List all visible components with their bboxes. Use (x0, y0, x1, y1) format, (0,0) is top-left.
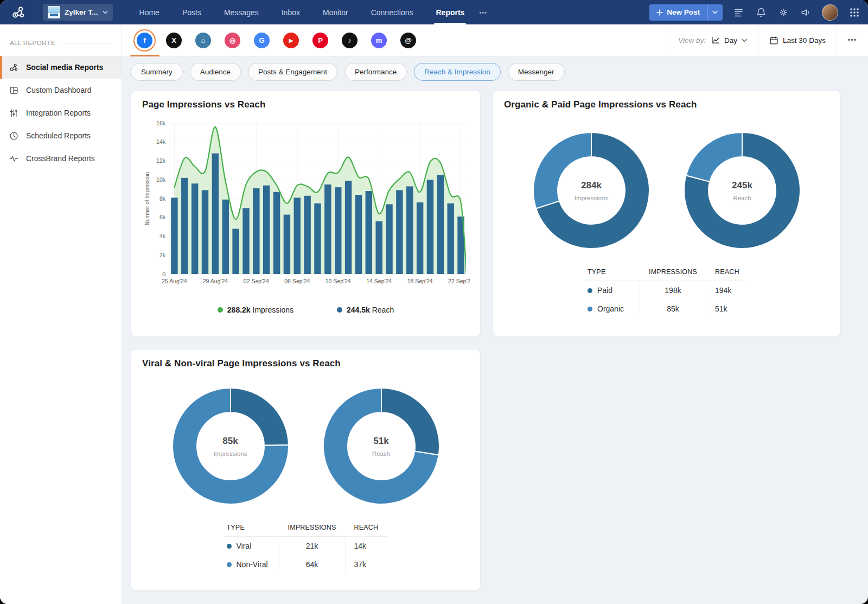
main-area: f X ⌂ ◎ G ▶ P ♪ m @ View by: Day (122, 24, 868, 604)
table-row: Viral 21k 14k (225, 537, 387, 555)
chevron-down-icon (103, 10, 108, 14)
tab-reach-impression[interactable]: Reach & Impression (414, 63, 501, 81)
tab-messenger[interactable]: Messenger (508, 63, 565, 81)
donut-center-value: 245k (732, 180, 752, 191)
svg-text:0: 0 (162, 271, 165, 277)
channel-bar: f X ⌂ ◎ G ▶ P ♪ m @ View by: Day (122, 24, 868, 56)
all-reports-label: ALL REPORTS (10, 40, 55, 46)
user-avatar[interactable] (822, 4, 838, 21)
network-google-my-business[interactable]: G (254, 24, 270, 56)
donut-center-label: Impressions (575, 195, 608, 201)
nav-home[interactable]: Home (128, 0, 171, 24)
network-threads[interactable]: @ (400, 24, 416, 56)
new-post-dropdown[interactable] (707, 4, 723, 21)
chevron-down-icon (742, 39, 747, 42)
svg-text:10k: 10k (156, 176, 166, 183)
network-youtube[interactable]: ▶ (283, 24, 299, 56)
dashboard-icon (9, 85, 19, 96)
svg-text:8k: 8k (159, 195, 166, 202)
tab-summary[interactable]: Summary (131, 63, 183, 81)
network-linkedin[interactable]: ⌂ (195, 24, 211, 56)
report-tabs: Summary Audience Posts & Engagement Perf… (122, 56, 868, 87)
instagram-camera-icon: ◎ (225, 33, 240, 48)
card-page-impressions-vs-reach: Page Impressions vs Reach 02k4k6k8k10k12… (131, 90, 481, 337)
pinterest-p-icon: P (312, 33, 328, 48)
apps-grid-icon[interactable] (848, 7, 860, 18)
nav-monitor[interactable]: Monitor (311, 0, 360, 24)
sidebar-item-integration-reports[interactable]: Integration Reports (0, 101, 122, 124)
view-by-value: Day (724, 36, 737, 44)
chevron-down-icon (712, 10, 718, 14)
card-title: Organic & Paid Page Impressions vs Reach (504, 99, 829, 110)
card-title: Page Impressions vs Reach (142, 99, 469, 110)
main-menu: Home Posts Messages Inbox Monitor Connec… (128, 0, 490, 24)
card-organic-paid: Organic & Paid Page Impressions vs Reach… (493, 90, 841, 337)
series-dot (227, 544, 232, 549)
channel-bar-controls: View by: Day Last 30 Days ••• (667, 24, 868, 56)
plus-icon (656, 9, 663, 16)
table-row: Non-Viral 64k 37k (225, 555, 387, 574)
donut-center-label: Reach (733, 195, 751, 201)
sidebar-item-custom-dashboard[interactable]: Custom Dashboard (0, 79, 122, 101)
divider (35, 7, 35, 18)
tab-performance[interactable]: Performance (344, 63, 407, 81)
date-range-selector[interactable]: Last 30 Days (758, 24, 837, 56)
network-x[interactable]: X (166, 24, 182, 56)
channel-bar-more-icon[interactable]: ••• (837, 24, 868, 56)
brand-name: Zylker T... (65, 8, 98, 16)
brand-avatar (48, 6, 60, 18)
sidebar-item-scheduled-reports[interactable]: Scheduled Reports (0, 124, 122, 147)
line-chart-icon (711, 36, 720, 44)
svg-text:14 Sep'24: 14 Sep'24 (366, 278, 392, 284)
network-mastodon[interactable]: m (371, 24, 387, 56)
view-by-label: View by: (678, 36, 706, 44)
nav-posts[interactable]: Posts (171, 0, 213, 24)
svg-text:4k: 4k (159, 233, 166, 239)
view-by-selector[interactable]: View by: Day (667, 24, 758, 56)
network-tiktok[interactable]: ♪ (342, 24, 358, 56)
tab-posts-engagement[interactable]: Posts & Engagement (248, 63, 337, 81)
clock-icon (9, 131, 19, 141)
brand-selector[interactable]: Zylker T... (43, 4, 113, 21)
sliders-icon (9, 108, 19, 118)
activity-feed-icon[interactable] (733, 7, 745, 18)
svg-text:25 Aug'24: 25 Aug'24 (162, 278, 187, 284)
series-dot (588, 307, 592, 311)
zoho-social-logo-icon[interactable] (8, 3, 29, 22)
network-instagram[interactable]: ◎ (225, 24, 240, 56)
announcements-megaphone-icon[interactable] (800, 7, 812, 18)
svg-text:12k: 12k (156, 157, 166, 164)
network-facebook[interactable]: f (137, 24, 152, 56)
google-g-icon: G (254, 33, 270, 48)
svg-text:16k: 16k (156, 120, 166, 126)
nav-messages[interactable]: Messages (213, 0, 270, 24)
sidebar-item-crossbrand-reports[interactable]: CrossBrand Reports (0, 147, 122, 170)
building-icon: ⌂ (195, 33, 211, 48)
threads-at-icon: @ (400, 33, 416, 48)
nav-reports[interactable]: Reports (424, 0, 476, 24)
mastodon-m-icon: m (371, 33, 387, 48)
viral-breakdown-table: TYPE IMPRESSIONS REACH Viral 21k 14k Non… (225, 519, 387, 574)
sidebar-section-header: ALL REPORTS (0, 24, 122, 56)
network-pinterest[interactable]: P (312, 24, 328, 56)
sidebar-item-social-media-reports[interactable]: Social media Reports (0, 56, 122, 79)
network-chips: f X ⌂ ◎ G ▶ P ♪ m @ (137, 24, 416, 56)
card-viral-nonviral: Viral & Non-viral Page Impressions vs Re… (131, 349, 481, 591)
organic-paid-reach-donut: 245k Reach (682, 131, 802, 250)
divider (60, 43, 112, 43)
svg-text:10 Sep'24: 10 Sep'24 (326, 278, 351, 284)
svg-text:2k: 2k (159, 252, 166, 258)
youtube-play-icon: ▶ (283, 33, 299, 48)
chart-legend: 288.2k Impressions 244.5k Reach (142, 306, 469, 314)
reports-sidebar: ALL REPORTS Social media Reports Custom … (0, 24, 122, 604)
nav-connections[interactable]: Connections (360, 0, 425, 24)
new-post-button[interactable]: New Post (649, 4, 723, 21)
nav-overflow-icon[interactable]: ••• (476, 9, 490, 16)
svg-text:29 Aug'24: 29 Aug'24 (203, 278, 228, 284)
donut-center-value: 51k (373, 436, 388, 447)
tab-audience[interactable]: Audience (190, 63, 241, 81)
nav-inbox[interactable]: Inbox (270, 0, 311, 24)
notifications-bell-icon[interactable] (755, 7, 767, 18)
reports-content: Page Impressions vs Reach 02k4k6k8k10k12… (122, 87, 868, 604)
settings-gear-icon[interactable] (777, 7, 789, 18)
